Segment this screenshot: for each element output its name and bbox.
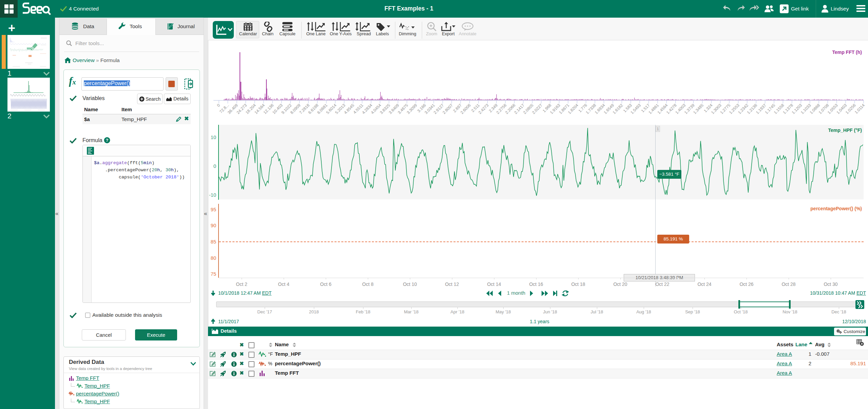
svg-text:1.0256: 1.0256	[845, 103, 857, 115]
svg-text:2.6006: 2.6006	[459, 103, 472, 115]
svg-text:1.0114: 1.0114	[854, 103, 866, 115]
svg-text:?: ?	[106, 138, 109, 143]
svg-text:4.8545: 4.8545	[343, 103, 355, 115]
svg-text:3.3099: 3.3099	[406, 103, 418, 115]
svg-text:2.0227: 2.0227	[531, 103, 543, 115]
svg-text:1.3485: 1.3485	[692, 103, 704, 115]
svg-text:2.4273: 2.4273	[477, 103, 490, 115]
svg-text:2.8007: 2.8007	[441, 103, 454, 115]
svg-text:1.5493: 1.5493	[630, 103, 642, 115]
svg-text:0: 0	[216, 103, 221, 108]
svg-text:1.8204: 1.8204	[567, 103, 579, 115]
svg-text:1.6182: 1.6182	[612, 103, 624, 115]
